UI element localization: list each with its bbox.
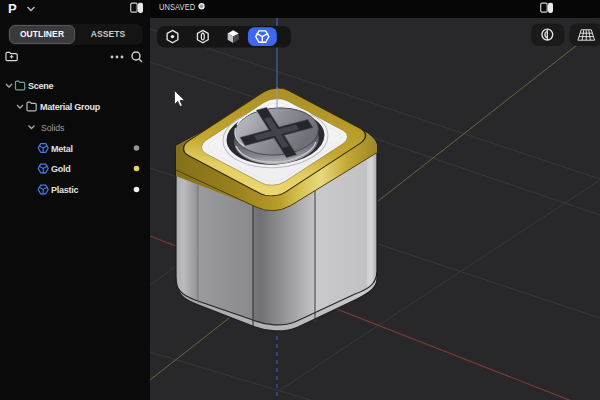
svg-text:Plastic: Plastic [51,185,79,195]
svg-text:Scene: Scene [28,81,54,91]
svg-text:Gold: Gold [51,164,71,174]
svg-text:Metal: Metal [51,144,73,154]
svg-text:Solids: Solids [41,123,65,133]
svg-text:Material Group: Material Group [40,102,101,112]
